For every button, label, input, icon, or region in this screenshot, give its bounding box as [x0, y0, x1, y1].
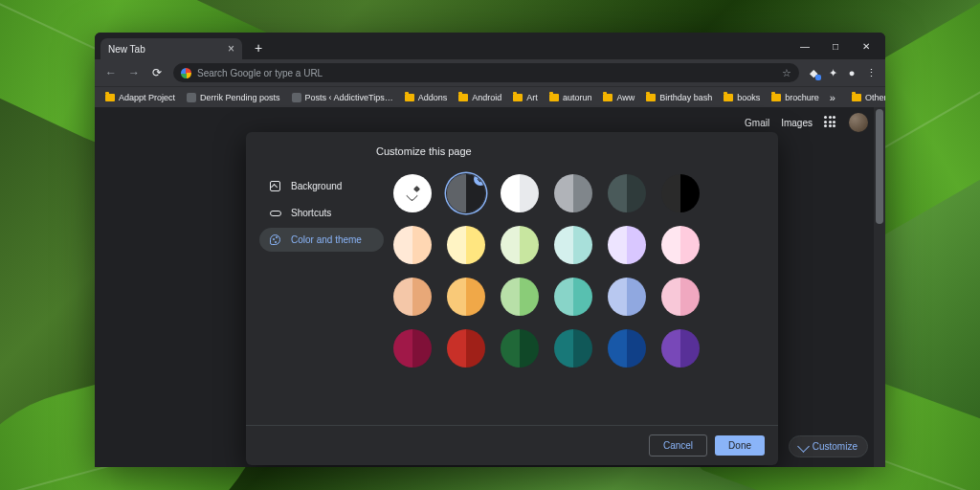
bookmark-item[interactable]: Derrik Pending posts	[182, 89, 285, 106]
top-links: Gmail Images	[745, 113, 868, 132]
other-bookmarks[interactable]: Other bookmarks	[847, 89, 885, 106]
color-swatch[interactable]	[661, 226, 700, 264]
minimize-button[interactable]: —	[790, 33, 820, 59]
menu-icon[interactable]: ⋮	[862, 64, 880, 81]
new-tab-button[interactable]: +	[250, 40, 267, 57]
close-tab-icon[interactable]: ×	[228, 42, 234, 56]
folder-icon	[646, 94, 656, 101]
apps-grid-icon[interactable]	[824, 116, 837, 129]
color-swatch[interactable]	[608, 278, 646, 316]
folder-icon	[603, 94, 612, 101]
done-button[interactable]: Done	[715, 435, 765, 456]
palette-icon	[270, 234, 280, 245]
bookmark-item[interactable]: Aww	[598, 89, 639, 106]
color-swatch[interactable]	[554, 278, 592, 316]
forward-button[interactable]: →	[123, 62, 145, 83]
color-swatch[interactable]	[447, 174, 485, 212]
toolbar: ← → ⟳ Search Google or type a URL ☆ ◆ ✦ …	[95, 59, 885, 86]
browser-window: New Tab × + — □ ✕ ← → ⟳ Search Google or…	[95, 33, 885, 467]
sidebar-item-color-and-theme[interactable]: Color and theme	[259, 228, 384, 252]
bookmark-star-icon[interactable]: ☆	[782, 67, 791, 79]
folder-icon	[852, 94, 861, 101]
folder-icon	[771, 94, 781, 101]
color-swatch[interactable]	[608, 174, 646, 212]
color-swatch[interactable]	[393, 278, 432, 316]
extension-icon[interactable]: ◆	[805, 64, 822, 81]
scrollbar-thumb[interactable]	[876, 109, 883, 224]
scrollbar-track[interactable]	[874, 107, 885, 467]
bookmark-item[interactable]: books	[719, 89, 765, 106]
customize-dialog: Customize this page BackgroundShortcutsC…	[246, 132, 778, 465]
bookmark-item[interactable]: Adappt Project	[100, 89, 180, 106]
color-swatch[interactable]	[501, 278, 539, 316]
folder-icon	[549, 94, 559, 101]
color-swatch[interactable]	[501, 226, 539, 264]
bookmark-item[interactable]: brochure	[767, 89, 824, 106]
bookmark-item[interactable]: Birthday bash	[641, 89, 717, 106]
color-swatch[interactable]	[447, 278, 485, 316]
user-avatar[interactable]	[849, 113, 868, 132]
dialog-footer: Cancel Done	[246, 425, 778, 465]
bookmarks-overflow-icon[interactable]: »	[826, 92, 839, 103]
address-bar[interactable]: Search Google or type a URL ☆	[173, 63, 799, 82]
gmail-link[interactable]: Gmail	[745, 118, 769, 128]
reload-button[interactable]: ⟳	[146, 62, 167, 83]
dialog-sidebar: BackgroundShortcutsColor and theme	[259, 145, 384, 417]
window-close-button[interactable]: ✕	[851, 33, 881, 59]
dialog-title: Customize this page	[246, 145, 472, 157]
site-icon	[292, 93, 301, 102]
omnibox-placeholder: Search Google or type a URL	[197, 68, 323, 78]
folder-icon	[458, 94, 468, 101]
color-swatch[interactable]	[554, 174, 592, 212]
site-icon	[187, 93, 196, 102]
color-swatch[interactable]	[608, 226, 646, 264]
sidebar-item-shortcuts[interactable]: Shortcuts	[259, 201, 384, 225]
tab-title: New Tab	[108, 44, 145, 55]
bookmarks-bar: Adappt ProjectDerrik Pending postsPosts …	[95, 86, 885, 107]
folder-icon	[405, 94, 414, 101]
extensions-puzzle-icon[interactable]: ✦	[824, 64, 841, 81]
color-swatch[interactable]	[393, 329, 432, 368]
bookmark-item[interactable]: Art	[508, 89, 543, 106]
folder-icon	[513, 94, 523, 101]
bookmark-item[interactable]: Addons	[400, 89, 453, 106]
color-swatch[interactable]	[661, 174, 700, 212]
customize-button[interactable]: Customize	[789, 435, 868, 457]
sidebar-item-background[interactable]: Background	[259, 174, 384, 198]
browser-tab[interactable]: New Tab ×	[100, 38, 242, 59]
color-swatch[interactable]	[554, 226, 592, 264]
color-swatch[interactable]	[661, 329, 700, 368]
google-icon	[181, 68, 191, 78]
check-icon	[474, 174, 485, 186]
color-swatch[interactable]	[447, 226, 485, 264]
link-icon	[270, 211, 281, 216]
color-swatch[interactable]	[393, 226, 432, 264]
back-button[interactable]: ←	[100, 62, 122, 83]
folder-icon	[724, 94, 733, 101]
bg-icon	[270, 181, 280, 191]
maximize-button[interactable]: □	[820, 33, 851, 59]
folder-icon	[105, 94, 115, 101]
color-picker-swatch[interactable]	[393, 174, 432, 212]
color-swatch[interactable]	[501, 329, 539, 368]
bookmark-item[interactable]: autorun	[545, 89, 597, 106]
images-link[interactable]: Images	[781, 118, 813, 128]
eyedropper-icon	[406, 187, 419, 200]
pencil-icon	[797, 440, 810, 453]
bookmark-item[interactable]: Android	[454, 89, 506, 106]
profile-icon[interactable]: ●	[843, 64, 860, 81]
color-swatch[interactable]	[608, 329, 646, 368]
color-swatch[interactable]	[447, 329, 485, 368]
color-swatch-grid	[393, 174, 761, 368]
color-swatch[interactable]	[661, 278, 700, 316]
color-swatch[interactable]	[554, 329, 592, 368]
title-bar[interactable]: New Tab × + — □ ✕	[95, 33, 885, 59]
cancel-button[interactable]: Cancel	[649, 434, 707, 457]
new-tab-page: Gmail Images Customize Customize this pa…	[95, 107, 885, 467]
color-swatch[interactable]	[501, 174, 539, 212]
bookmark-item[interactable]: Posts ‹ AddictiveTips…	[287, 89, 398, 106]
